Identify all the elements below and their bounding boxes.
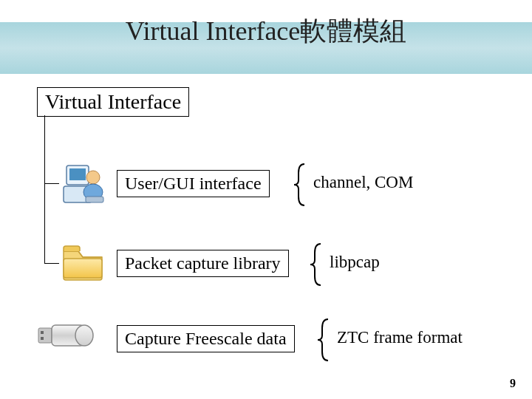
row1-label: User/GUI interface	[125, 174, 262, 193]
svg-rect-8	[41, 331, 44, 334]
connector-h1	[44, 183, 59, 184]
usb-icon	[37, 318, 84, 365]
page-number: 9	[510, 377, 516, 390]
row3-detail: ZTC frame format	[337, 328, 463, 347]
root-label: Virtual Interface	[45, 90, 181, 113]
folder-icon	[59, 238, 106, 285]
row2-box: Packet capture library	[117, 250, 289, 277]
row2-detail: libpcap	[330, 253, 380, 272]
svg-point-3	[86, 171, 100, 184]
row1-box: User/GUI interface	[117, 170, 270, 197]
svg-rect-9	[41, 337, 44, 340]
svg-rect-2	[69, 168, 86, 180]
row3-label: Capture Freescale data	[125, 329, 287, 348]
svg-point-11	[75, 325, 93, 346]
svg-rect-7	[38, 328, 52, 343]
svg-rect-5	[86, 197, 103, 202]
row1-detail: channel, COM	[313, 173, 413, 192]
brace-2	[309, 242, 325, 287]
brace-1	[293, 163, 309, 207]
root-box: Virtual Interface	[37, 87, 189, 117]
row2-label: Packet capture library	[125, 253, 281, 273]
user-gui-icon	[59, 160, 106, 207]
svg-rect-6	[64, 259, 102, 278]
row3-box: Capture Freescale data	[117, 325, 295, 352]
connector-vline	[44, 115, 45, 263]
brace-3	[316, 318, 332, 362]
slide-title: Virtual Interface軟體模組	[0, 13, 532, 50]
connector-h2	[44, 263, 59, 264]
